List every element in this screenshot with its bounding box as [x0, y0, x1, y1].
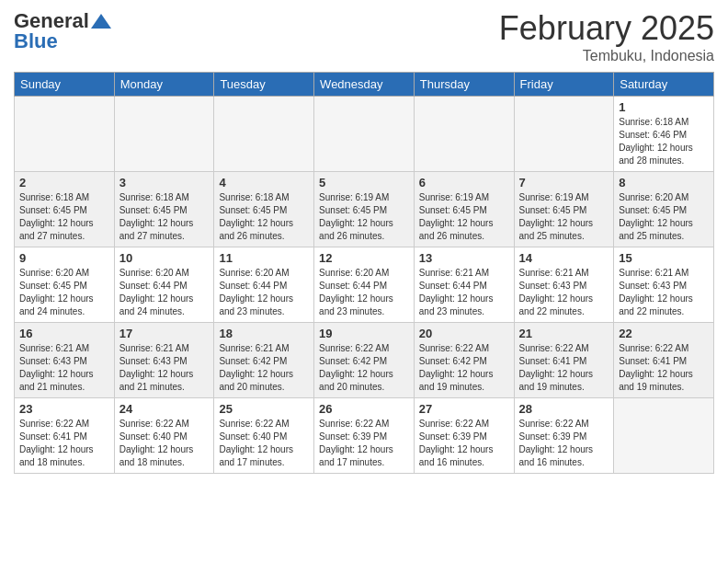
day-number: 28 — [519, 402, 609, 416]
day-info: Sunrise: 6:22 AM Sunset: 6:41 PM Dayligh… — [619, 342, 709, 394]
calendar-row-4: 23Sunrise: 6:22 AM Sunset: 6:41 PM Dayli… — [15, 398, 714, 474]
calendar-cell: 23Sunrise: 6:22 AM Sunset: 6:41 PM Dayli… — [15, 398, 115, 474]
day-info: Sunrise: 6:21 AM Sunset: 6:43 PM Dayligh… — [519, 267, 609, 318]
calendar-cell — [514, 97, 614, 172]
day-info: Sunrise: 6:20 AM Sunset: 6:45 PM Dayligh… — [19, 267, 109, 318]
calendar-row-1: 2Sunrise: 6:18 AM Sunset: 6:45 PM Daylig… — [15, 172, 714, 247]
col-header-tuesday: Tuesday — [214, 73, 314, 97]
calendar-cell: 24Sunrise: 6:22 AM Sunset: 6:40 PM Dayli… — [114, 398, 214, 474]
day-info: Sunrise: 6:22 AM Sunset: 6:42 PM Dayligh… — [319, 342, 409, 394]
calendar-cell: 4Sunrise: 6:18 AM Sunset: 6:45 PM Daylig… — [214, 172, 314, 247]
calendar-cell: 27Sunrise: 6:22 AM Sunset: 6:39 PM Dayli… — [414, 398, 514, 474]
calendar-cell: 2Sunrise: 6:18 AM Sunset: 6:45 PM Daylig… — [15, 172, 115, 247]
day-info: Sunrise: 6:22 AM Sunset: 6:39 PM Dayligh… — [319, 418, 409, 469]
day-number: 15 — [619, 251, 709, 265]
calendar-cell: 20Sunrise: 6:22 AM Sunset: 6:42 PM Dayli… — [414, 323, 514, 398]
day-info: Sunrise: 6:18 AM Sunset: 6:45 PM Dayligh… — [119, 191, 210, 243]
calendar-cell — [15, 97, 115, 172]
calendar-container: General Blue February 2025 Tembuku, Indo… — [0, 0, 728, 563]
calendar-cell: 12Sunrise: 6:20 AM Sunset: 6:44 PM Dayli… — [314, 247, 415, 323]
day-info: Sunrise: 6:20 AM Sunset: 6:44 PM Dayligh… — [319, 267, 409, 318]
day-info: Sunrise: 6:22 AM Sunset: 6:42 PM Dayligh… — [419, 342, 509, 394]
logo-icon — [91, 14, 111, 29]
calendar-cell: 1Sunrise: 6:18 AM Sunset: 6:46 PM Daylig… — [614, 97, 714, 172]
calendar-cell: 26Sunrise: 6:22 AM Sunset: 6:39 PM Dayli… — [314, 398, 415, 474]
day-number: 18 — [219, 327, 309, 340]
day-number: 21 — [519, 327, 609, 340]
day-number: 1 — [619, 100, 709, 114]
day-info: Sunrise: 6:22 AM Sunset: 6:41 PM Dayligh… — [19, 418, 109, 469]
svg-marker-0 — [91, 14, 111, 29]
calendar-cell — [614, 398, 714, 474]
col-header-sunday: Sunday — [15, 73, 115, 97]
day-number: 5 — [319, 176, 409, 190]
calendar-cell — [414, 97, 514, 172]
col-header-saturday: Saturday — [614, 73, 714, 97]
calendar-cell: 3Sunrise: 6:18 AM Sunset: 6:45 PM Daylig… — [114, 172, 214, 247]
calendar-cell: 7Sunrise: 6:19 AM Sunset: 6:45 PM Daylig… — [514, 172, 614, 247]
day-number: 11 — [219, 251, 309, 265]
day-info: Sunrise: 6:19 AM Sunset: 6:45 PM Dayligh… — [519, 191, 609, 243]
day-number: 3 — [119, 176, 210, 190]
day-info: Sunrise: 6:22 AM Sunset: 6:40 PM Dayligh… — [119, 418, 210, 469]
day-info: Sunrise: 6:21 AM Sunset: 6:43 PM Dayligh… — [19, 342, 109, 394]
day-info: Sunrise: 6:21 AM Sunset: 6:43 PM Dayligh… — [619, 267, 709, 318]
day-number: 10 — [119, 251, 210, 265]
calendar-cell: 6Sunrise: 6:19 AM Sunset: 6:45 PM Daylig… — [414, 172, 514, 247]
calendar-cell: 25Sunrise: 6:22 AM Sunset: 6:40 PM Dayli… — [214, 398, 314, 474]
day-number: 8 — [619, 176, 709, 190]
day-number: 14 — [519, 251, 609, 265]
day-info: Sunrise: 6:21 AM Sunset: 6:43 PM Dayligh… — [119, 342, 210, 394]
calendar-cell: 9Sunrise: 6:20 AM Sunset: 6:45 PM Daylig… — [15, 247, 115, 323]
day-info: Sunrise: 6:19 AM Sunset: 6:45 PM Dayligh… — [419, 191, 509, 243]
calendar-cell: 18Sunrise: 6:21 AM Sunset: 6:42 PM Dayli… — [214, 323, 314, 398]
calendar-cell — [314, 97, 415, 172]
day-number: 9 — [19, 251, 109, 265]
calendar-cell: 10Sunrise: 6:20 AM Sunset: 6:44 PM Dayli… — [114, 247, 214, 323]
day-info: Sunrise: 6:20 AM Sunset: 6:44 PM Dayligh… — [119, 267, 210, 318]
day-number: 16 — [19, 327, 109, 340]
calendar-row-2: 9Sunrise: 6:20 AM Sunset: 6:45 PM Daylig… — [15, 247, 714, 323]
calendar-cell — [114, 97, 214, 172]
day-info: Sunrise: 6:18 AM Sunset: 6:45 PM Dayligh… — [219, 191, 309, 243]
col-header-friday: Friday — [514, 73, 614, 97]
calendar-cell: 28Sunrise: 6:22 AM Sunset: 6:39 PM Dayli… — [514, 398, 614, 474]
header: General Blue February 2025 Tembuku, Indo… — [14, 9, 714, 64]
calendar-cell: 14Sunrise: 6:21 AM Sunset: 6:43 PM Dayli… — [514, 247, 614, 323]
month-title: February 2025 — [499, 9, 714, 48]
day-info: Sunrise: 6:19 AM Sunset: 6:45 PM Dayligh… — [319, 191, 409, 243]
calendar-cell: 22Sunrise: 6:22 AM Sunset: 6:41 PM Dayli… — [614, 323, 714, 398]
calendar-cell: 13Sunrise: 6:21 AM Sunset: 6:44 PM Dayli… — [414, 247, 514, 323]
day-number: 24 — [119, 402, 210, 416]
day-info: Sunrise: 6:22 AM Sunset: 6:39 PM Dayligh… — [419, 418, 509, 469]
day-info: Sunrise: 6:18 AM Sunset: 6:45 PM Dayligh… — [19, 191, 109, 243]
day-info: Sunrise: 6:18 AM Sunset: 6:46 PM Dayligh… — [619, 116, 709, 167]
day-number: 25 — [219, 402, 309, 416]
col-header-thursday: Thursday — [414, 73, 514, 97]
day-number: 12 — [319, 251, 409, 265]
day-number: 13 — [419, 251, 509, 265]
day-number: 20 — [419, 327, 509, 340]
calendar-cell: 11Sunrise: 6:20 AM Sunset: 6:44 PM Dayli… — [214, 247, 314, 323]
day-info: Sunrise: 6:21 AM Sunset: 6:42 PM Dayligh… — [219, 342, 309, 394]
calendar-cell — [214, 97, 314, 172]
calendar-row-0: 1Sunrise: 6:18 AM Sunset: 6:46 PM Daylig… — [15, 97, 714, 172]
calendar-cell: 17Sunrise: 6:21 AM Sunset: 6:43 PM Dayli… — [114, 323, 214, 398]
day-number: 2 — [19, 176, 109, 190]
logo: General Blue — [14, 9, 111, 53]
calendar-cell: 19Sunrise: 6:22 AM Sunset: 6:42 PM Dayli… — [314, 323, 415, 398]
day-info: Sunrise: 6:21 AM Sunset: 6:44 PM Dayligh… — [419, 267, 509, 318]
day-info: Sunrise: 6:22 AM Sunset: 6:39 PM Dayligh… — [519, 418, 609, 469]
logo-blue: Blue — [14, 29, 111, 53]
day-number: 7 — [519, 176, 609, 190]
col-header-monday: Monday — [114, 73, 214, 97]
calendar-cell: 15Sunrise: 6:21 AM Sunset: 6:43 PM Dayli… — [614, 247, 714, 323]
calendar-cell: 16Sunrise: 6:21 AM Sunset: 6:43 PM Dayli… — [15, 323, 115, 398]
calendar-cell: 5Sunrise: 6:19 AM Sunset: 6:45 PM Daylig… — [314, 172, 415, 247]
day-info: Sunrise: 6:20 AM Sunset: 6:44 PM Dayligh… — [219, 267, 309, 318]
day-number: 23 — [19, 402, 109, 416]
day-info: Sunrise: 6:22 AM Sunset: 6:41 PM Dayligh… — [519, 342, 609, 394]
calendar-table: SundayMondayTuesdayWednesdayThursdayFrid… — [14, 72, 714, 474]
day-number: 6 — [419, 176, 509, 190]
location: Tembuku, Indonesia — [499, 48, 714, 64]
